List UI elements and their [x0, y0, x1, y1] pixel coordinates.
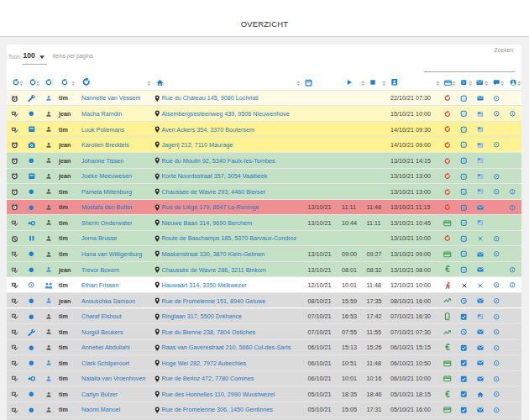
svg-text:€: € [445, 391, 450, 399]
svg-text:€: € [445, 265, 450, 274]
svg-text:€: € [445, 344, 450, 352]
